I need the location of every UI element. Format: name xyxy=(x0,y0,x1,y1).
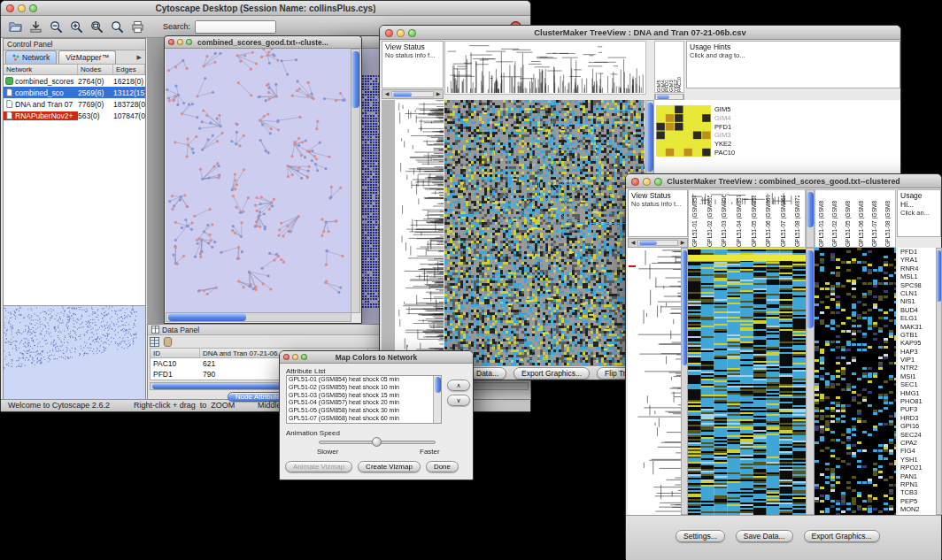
database-icon[interactable] xyxy=(163,337,173,347)
scroll-left-icon[interactable]: ◀ xyxy=(382,90,391,98)
dna-correlation-matrix[interactable] xyxy=(656,105,711,157)
treeview-dna-titlebar[interactable]: ClusterMaker TreeView : DNA and Tran 07-… xyxy=(380,26,900,40)
attribute-item[interactable]: GPL51-05 (GSM858) heat shock 30 min xyxy=(287,407,441,415)
network-row[interactable]: RNAPuberNov2+563(0)107847(0) xyxy=(4,110,145,121)
maximize-button[interactable] xyxy=(408,29,416,37)
network-hscrollbar[interactable] xyxy=(166,312,351,322)
search-input[interactable] xyxy=(195,20,276,34)
tab-label: VizMapper™ xyxy=(66,53,109,62)
dna-mini-scrollbar-2[interactable] xyxy=(654,94,684,100)
minimize-button[interactable] xyxy=(397,29,405,37)
combined-vscrollbar[interactable] xyxy=(806,248,815,515)
button-settings[interactable]: Settings... xyxy=(676,530,725,542)
table-icon xyxy=(151,326,159,334)
network-edges: 183728(0) xyxy=(113,100,145,109)
combined-dendro-scrollbar[interactable] xyxy=(681,248,688,515)
treeview-combined-window-controls xyxy=(631,178,662,186)
gene-list-scrollbar[interactable] xyxy=(936,248,942,515)
col-network[interactable]: Network xyxy=(4,65,78,74)
combined-heatmap-main[interactable] xyxy=(688,248,806,515)
rotated-column-label: GPL51-07 (GSM868 xyxy=(781,196,787,247)
slider-thumb[interactable] xyxy=(372,437,382,447)
col-nodes[interactable]: Nodes xyxy=(78,65,113,74)
gene-label: TCB3 xyxy=(900,489,936,497)
col-edges[interactable]: Edges xyxy=(113,65,145,74)
dna-column-dendrogram[interactable] xyxy=(444,41,646,95)
matrix-gene-label: GIM3 xyxy=(714,131,752,139)
combined-row-dendrogram[interactable] xyxy=(628,248,681,515)
attribute-item[interactable]: GPL51-07 (GSM868) heat shock 60 min xyxy=(287,415,441,423)
network-row[interactable]: DNA and Tran 077769(0)183728(0) xyxy=(4,98,145,110)
network-vscrollbar[interactable] xyxy=(351,49,360,313)
maximize-button[interactable] xyxy=(301,354,307,360)
close-button[interactable] xyxy=(6,4,14,12)
network-row[interactable]: combined_sco2569(6)13112(15) xyxy=(4,87,145,98)
import-icon[interactable] xyxy=(27,19,44,35)
tab-network[interactable]: Network xyxy=(5,50,57,64)
minimize-button[interactable] xyxy=(18,4,26,12)
attribute-item[interactable]: GPL51-01 (GSM854) heat shock 05 min xyxy=(287,376,441,384)
button-create-vizmap[interactable]: Create Vizmap xyxy=(358,461,421,472)
maximize-button[interactable] xyxy=(186,39,192,45)
treeview-dna-title: ClusterMaker TreeView : DNA and Tran 07-… xyxy=(534,26,746,40)
minimize-button[interactable] xyxy=(643,178,651,186)
move-up-button[interactable]: ∧ xyxy=(447,380,470,391)
zoom-out-icon[interactable] xyxy=(48,19,65,35)
treeview-combined-titlebar[interactable]: ClusterMaker TreeView : combined_scores_… xyxy=(626,174,941,188)
button-data[interactable]: Data... xyxy=(468,367,506,380)
close-button[interactable] xyxy=(168,39,174,45)
gene-label: NTR2 xyxy=(900,364,936,372)
dna-heatmap[interactable] xyxy=(444,100,645,367)
zoom-region-icon[interactable] xyxy=(109,19,126,35)
attribute-list-scrollbar[interactable] xyxy=(433,376,441,423)
attribute-item[interactable]: GPL51-02 (GSM855) heat shock 10 min xyxy=(287,384,441,392)
button-done[interactable]: Done xyxy=(426,461,459,472)
main-titlebar[interactable]: Cytoscape Desktop (Session Name: collins… xyxy=(1,1,530,16)
printer-icon[interactable] xyxy=(129,19,146,35)
gene-label: CPA2 xyxy=(900,440,936,448)
maximize-button[interactable] xyxy=(654,178,662,186)
button-save-data[interactable]: Save Data... xyxy=(736,530,793,542)
combined-heatmap-secondary[interactable] xyxy=(815,248,896,515)
scroll-left-icon[interactable]: ◀ xyxy=(629,239,637,247)
col-id[interactable]: ID xyxy=(151,349,200,357)
dialog-titlebar[interactable]: Map Colors to Network xyxy=(280,351,473,364)
scroll-right-icon[interactable]: ▶ xyxy=(434,90,443,98)
gene-label: PAN1 xyxy=(900,473,936,481)
dna-mini-scrollbar[interactable]: ◀▶ xyxy=(382,89,444,99)
close-button[interactable] xyxy=(631,178,639,186)
network-view-canvas[interactable] xyxy=(166,49,351,313)
move-down-button[interactable]: ∨ xyxy=(447,395,470,406)
tab-overflow-button[interactable]: ▶ xyxy=(134,50,145,64)
network-overview-thumbnail[interactable] xyxy=(4,305,145,400)
matrix-gene-label: PFD1 xyxy=(714,123,752,131)
close-button[interactable] xyxy=(283,354,290,360)
dna-row-dendrogram[interactable] xyxy=(382,100,444,367)
attribute-item[interactable]: GPL51-04 (GSM857) heat shock 20 min xyxy=(287,399,441,407)
grid-icon[interactable] xyxy=(150,337,159,347)
minimize-button[interactable] xyxy=(292,354,298,360)
zoom-fit-icon[interactable] xyxy=(89,19,105,35)
close-button[interactable] xyxy=(385,29,393,37)
rotated-column-label: GPL51-08 (GSM872 xyxy=(795,196,801,247)
network-doc-icon xyxy=(5,88,13,96)
network-nodes: 7769(0) xyxy=(78,100,113,109)
gene-label: HRD3 xyxy=(900,415,936,423)
attribute-list[interactable]: GPL51-01 (GSM854) heat shock 05 minGPL51… xyxy=(286,375,442,424)
minimize-button[interactable] xyxy=(177,39,183,45)
attribute-item[interactable]: GPL51-03 (GSM856) heat shock 15 min xyxy=(287,392,441,400)
scroll-right-icon[interactable]: ▶ xyxy=(678,239,687,247)
button-export-graphics[interactable]: Export Graphics... xyxy=(513,367,590,380)
network-titlebar[interactable]: combined_scores_good.txt--cluste... xyxy=(165,36,361,49)
network-row[interactable]: combined_scores2764(0)16218(0) xyxy=(4,75,145,87)
tab-label: Network xyxy=(22,53,50,62)
combined-mini-scrollbar[interactable]: ◀▶ xyxy=(628,238,688,248)
combined-vscrollbar-top[interactable] xyxy=(806,189,815,248)
tab-vizmapper[interactable]: VizMapper™ xyxy=(58,50,116,64)
button-export-graphics[interactable]: Export Graphics... xyxy=(804,530,880,542)
treeview-dna-window-controls xyxy=(385,29,416,37)
view-status-text: No status info f... xyxy=(385,51,440,59)
maximize-button[interactable] xyxy=(29,4,37,12)
zoom-in-icon[interactable] xyxy=(68,19,85,35)
open-folder-icon[interactable] xyxy=(7,19,24,35)
